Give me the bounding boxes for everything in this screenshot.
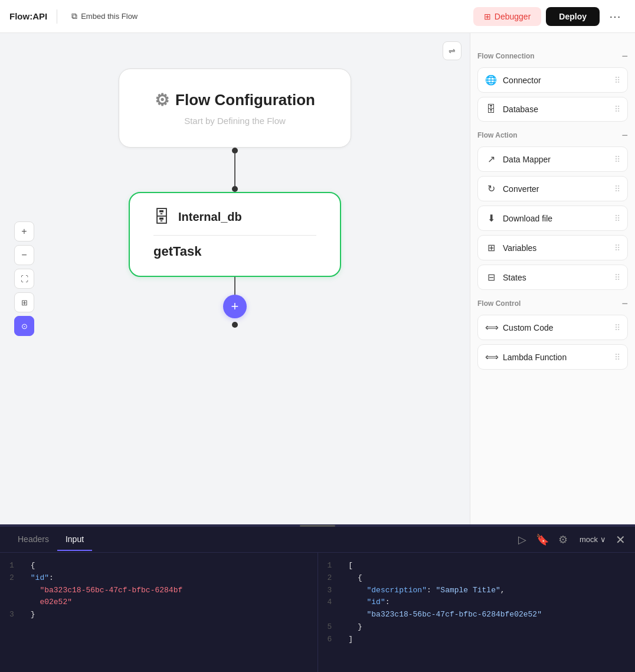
variables-icon: ⊞ [485, 242, 497, 253]
topbar-divider [57, 9, 57, 24]
data-mapper-label: Data Mapper [503, 155, 551, 164]
flow-action-collapse-btn[interactable]: − [621, 130, 628, 141]
custom-code-left: ⟺ Custom Code [485, 322, 554, 333]
embed-icon: ⧉ [71, 11, 77, 21]
fit-view-button[interactable]: ⛶ [14, 269, 34, 289]
rcode-line-6: 6 ] [328, 634, 626, 646]
flow-action-section-header: Flow Action − [477, 130, 628, 141]
database-sidebar-icon: 🗄 [485, 104, 497, 115]
states-label: States [503, 273, 526, 282]
variables-label: Variables [503, 243, 536, 253]
tab-input[interactable]: Input [57, 529, 92, 551]
tab-headers[interactable]: Headers [9, 529, 57, 551]
zoom-controls: + − ⛶ ⊞ ⊙ [14, 221, 34, 336]
rcode-line-5: 5 } [328, 621, 626, 634]
flow-connection-collapse-btn[interactable]: − [621, 51, 628, 61]
bottom-tab-actions: ▷ 🔖 ⚙ mock ∨ ✕ [516, 531, 626, 549]
bottom-content: 1 { 2 "id": "ba323c18-56bc-47cf-bfbc-628… [0, 553, 635, 672]
download-file-left: ⬇ Download file [485, 213, 552, 224]
custom-code-icon: ⟺ [485, 322, 497, 333]
flow-config-node[interactable]: ⚙ Flow Configuration Start by Defining t… [119, 68, 351, 148]
close-bottom-panel[interactable]: ✕ [616, 533, 626, 547]
sidebar-item-data-mapper[interactable]: ↗ Data Mapper ⠿ [477, 146, 628, 172]
database-drag-handle[interactable]: ⠿ [614, 105, 620, 114]
zoom-out-button[interactable]: − [14, 245, 34, 265]
code-line-1: 1 { [9, 560, 308, 572]
embed-button[interactable]: ⧉ Embed this Flow [67, 9, 142, 24]
converter-drag-handle[interactable]: ⠿ [614, 184, 620, 194]
rcode-line-3: 3 "description": "Sample Title", [328, 585, 626, 597]
converter-label: Converter [503, 184, 539, 194]
variables-left: ⊞ Variables [485, 242, 536, 253]
bookmark-button[interactable]: 🔖 [533, 531, 551, 549]
mock-select[interactable]: mock ∨ [575, 533, 611, 546]
flow-connection-title: Flow Connection [477, 52, 535, 60]
bottom-panel: Headers Input ▷ 🔖 ⚙ mock ∨ ✕ 1 { 2 "id": [0, 524, 635, 672]
variables-drag-handle[interactable]: ⠿ [614, 243, 620, 253]
zoom-in-button[interactable]: + [14, 221, 34, 242]
states-drag-handle[interactable]: ⠿ [614, 273, 620, 282]
settings-action-button[interactable]: ⚙ [556, 531, 570, 549]
settings-button[interactable]: ⊙ [14, 316, 34, 336]
states-left: ⊟ States [485, 272, 526, 283]
embed-label: Embed this Flow [81, 12, 138, 21]
config-gear-icon: ⚙ [155, 90, 169, 110]
db-node-name: Internal_db [178, 210, 242, 224]
download-file-drag-handle[interactable]: ⠿ [614, 214, 620, 223]
flow-canvas[interactable]: ⚙ Flow Configuration Start by Defining t… [0, 33, 470, 524]
database-icon: 🗄 [153, 207, 170, 227]
sidebar-item-connector[interactable]: 🌐 Connector ⠿ [477, 67, 628, 93]
connector-dot-top [232, 148, 238, 154]
db-node[interactable]: 🗄 Internal_db getTask [129, 192, 341, 277]
flow-control-title: Flow Control [477, 299, 521, 308]
database-label: Database [503, 105, 538, 114]
canvas-collapse-btn[interactable]: ⇌ [443, 41, 461, 60]
connector-item-left: 🌐 Connector [485, 74, 541, 86]
lambda-left: ⟺ Lambda Function [485, 351, 567, 363]
canvas-content: ⚙ Flow Configuration Start by Defining t… [0, 33, 470, 524]
more-options-button[interactable]: ⋯ [604, 7, 626, 26]
connector-drag-handle[interactable]: ⠿ [614, 76, 620, 85]
left-code-panel: 1 { 2 "id": "ba323c18-56bc-47cf-bfbc-628… [0, 553, 318, 672]
code-line-3: "ba323c18-56bc-47cf-bfbc-6284bf [9, 585, 308, 597]
add-node-button[interactable]: + [223, 295, 247, 318]
mock-chevron: ∨ [600, 535, 606, 544]
sidebar-item-download-file[interactable]: ⬇ Download file ⠿ [477, 205, 628, 231]
connector-line [234, 154, 235, 186]
database-item-left: 🗄 Database [485, 104, 538, 115]
sidebar-item-converter[interactable]: ↻ Converter ⠿ [477, 176, 628, 201]
sidebar-item-lambda[interactable]: ⟺ Lambda Function ⠿ [477, 344, 628, 370]
download-file-icon: ⬇ [485, 213, 497, 224]
grid-view-button[interactable]: ⊞ [14, 292, 34, 312]
sidebar-item-variables[interactable]: ⊞ Variables ⠿ [477, 235, 628, 260]
flow-config-label: Flow Configuration [175, 91, 315, 109]
sidebar-item-custom-code[interactable]: ⟺ Custom Code ⠿ [477, 315, 628, 340]
bottom-tabs: Headers Input ▷ 🔖 ⚙ mock ∨ ✕ [0, 527, 635, 553]
sidebar-item-database[interactable]: 🗄 Database ⠿ [477, 97, 628, 122]
rcode-line-1: 1 [ [328, 560, 626, 572]
lambda-icon: ⟺ [485, 351, 497, 363]
db-node-header: 🗄 Internal_db [153, 207, 242, 227]
connector-line-2 [234, 277, 235, 295]
debugger-button[interactable]: ⊞ Debugger [473, 7, 542, 26]
data-mapper-drag-handle[interactable]: ⠿ [614, 155, 620, 164]
sidebar-item-states[interactable]: ⊟ States ⠿ [477, 265, 628, 290]
lambda-label: Lambda Function [503, 353, 567, 362]
flow-action-title: Flow Action [477, 131, 518, 139]
code-line-2: 2 "id": [9, 572, 308, 585]
debugger-icon: ⊞ [484, 12, 491, 21]
rcode-line-4b: "ba323c18-56bc-47cf-bfbc-6284bfe02e52" [328, 609, 626, 621]
topbar: Flow:API ⧉ Embed this Flow ⊞ Debugger De… [0, 0, 635, 33]
flow-config-title: ⚙ Flow Configuration [155, 90, 315, 110]
main-content: ⚙ Flow Configuration Start by Defining t… [0, 33, 635, 524]
deploy-button[interactable]: Deploy [546, 7, 600, 26]
flow-connection-section-header: Flow Connection − [477, 51, 628, 61]
custom-code-drag-handle[interactable]: ⠿ [614, 323, 620, 332]
run-button[interactable]: ▷ [516, 531, 529, 549]
rcode-line-2: 2 { [328, 572, 626, 585]
app-logo: Flow:API [9, 11, 47, 21]
lambda-drag-handle[interactable]: ⠿ [614, 353, 620, 362]
states-icon: ⊟ [485, 272, 497, 283]
topbar-right: ⊞ Debugger Deploy ⋯ [473, 7, 626, 26]
flow-control-collapse-btn[interactable]: − [621, 298, 628, 309]
